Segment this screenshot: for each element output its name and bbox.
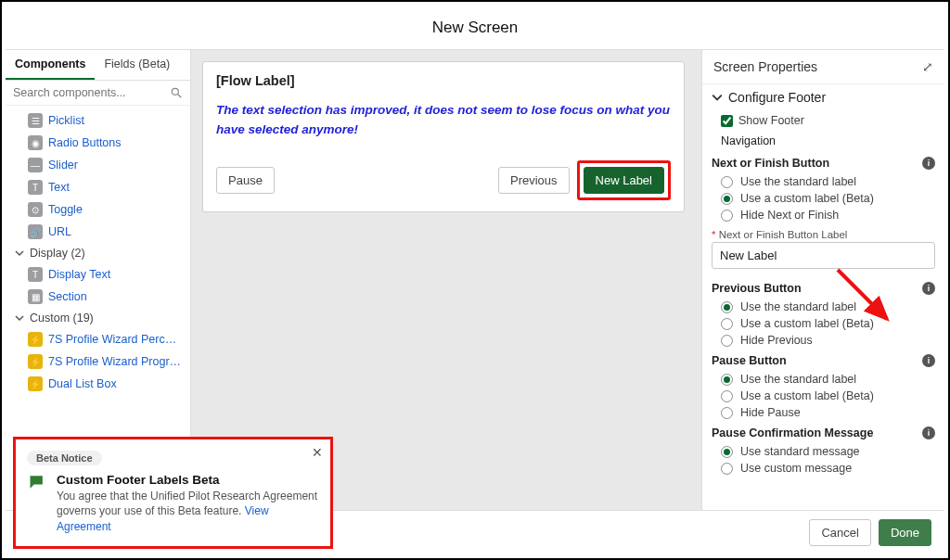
svg-point-0 (172, 88, 178, 95)
tree-item[interactable]: TDisplay Text (6, 263, 190, 286)
component-icon: 🔗 (28, 224, 43, 239)
pause-button[interactable]: Pause (216, 167, 275, 194)
radio-icon (721, 374, 733, 386)
next-label-field-label: * Next or Finish Button Label (712, 223, 935, 242)
navigation-heading: Navigation (712, 134, 935, 151)
svg-line-1 (178, 95, 182, 98)
modal-header: New Screen (6, 6, 944, 50)
pausemsg-opt-standard[interactable]: Use standard message (712, 443, 935, 460)
next-button[interactable]: New Label (584, 167, 664, 194)
flow-message-text: The text selection has improved, it does… (216, 101, 671, 140)
radio-icon (721, 407, 733, 419)
flow-preview-card[interactable]: [Flow Label] The text selection has impr… (202, 61, 685, 212)
chevron-down-icon (712, 92, 723, 103)
info-icon[interactable]: i (922, 354, 935, 367)
lightning-icon: ⚡ (28, 332, 43, 347)
tree-group-display[interactable]: Display (2) (6, 243, 190, 263)
tree-item[interactable]: ⊙Toggle (6, 198, 190, 221)
tree-item[interactable]: TText (6, 176, 190, 198)
radio-icon (721, 318, 733, 330)
tab-components[interactable]: Components (6, 50, 95, 80)
tree-item[interactable]: —Slider (6, 154, 190, 176)
radio-icon (721, 193, 733, 205)
component-icon: ◉ (28, 135, 43, 150)
info-icon[interactable]: i (922, 426, 935, 439)
pause-opt-standard[interactable]: Use the standard label (712, 371, 935, 388)
close-icon[interactable]: ✕ (312, 445, 323, 460)
radio-icon (721, 335, 733, 347)
tree-item[interactable]: ☰Picklist (6, 109, 190, 132)
show-footer-checkbox[interactable]: Show Footer (712, 112, 935, 134)
beta-notice-highlight: ✕ Beta Notice Custom Footer Labels Beta … (13, 437, 333, 549)
prev-opt-custom[interactable]: Use a custom label (Beta) (712, 315, 935, 332)
next-opt-standard[interactable]: Use the standard label (712, 173, 935, 190)
flow-button-row: Pause Previous New Label (216, 160, 671, 200)
previous-button[interactable]: Previous (498, 167, 570, 194)
flow-label: [Flow Label] (216, 73, 671, 88)
done-button[interactable]: Done (879, 519, 931, 546)
pause-opt-hide[interactable]: Hide Pause (712, 404, 935, 421)
radio-icon (721, 301, 733, 313)
properties-panel: Screen Properties ⤢ Configure Footer Sho… (701, 50, 944, 510)
tab-fields[interactable]: Fields (Beta) (95, 50, 179, 80)
radio-icon (721, 463, 733, 475)
search-row (6, 81, 190, 106)
lightning-icon: ⚡ (28, 376, 43, 391)
radio-icon (721, 176, 733, 188)
pause-button-header: Pause Button i (712, 349, 935, 371)
pause-msg-header: Pause Confirmation Message i (712, 421, 935, 443)
chevron-down-icon (13, 247, 26, 260)
tree-item[interactable]: ⚡7S Profile Wizard Percenta... (6, 328, 190, 350)
component-icon: ☰ (28, 113, 43, 128)
tree-item[interactable]: ⚡7S Profile Wizard Progress ... (6, 350, 190, 373)
prev-opt-hide[interactable]: Hide Previous (712, 332, 935, 349)
tree-item[interactable]: ◉Radio Buttons (6, 132, 190, 154)
tree-item[interactable]: 🔗URL (6, 221, 190, 243)
lightning-icon: ⚡ (28, 354, 43, 369)
search-icon[interactable] (170, 86, 183, 99)
pause-opt-custom[interactable]: Use a custom label (Beta) (712, 388, 935, 404)
pausemsg-opt-custom[interactable]: Use custom message (712, 460, 935, 477)
prev-opt-standard[interactable]: Use the standard label (712, 299, 935, 315)
component-icon: ⊙ (28, 202, 43, 217)
beta-notice-popup: ✕ Beta Notice Custom Footer Labels Beta … (16, 439, 330, 546)
properties-title: Screen Properties (713, 59, 817, 74)
component-icon: ▦ (28, 289, 43, 304)
section-configure-footer[interactable]: Configure Footer (712, 90, 935, 105)
modal-title: New Screen (432, 19, 519, 37)
highlight-annotation: New Label (577, 160, 671, 200)
notice-body: You agree that the Unified Pilot Researc… (57, 489, 319, 535)
component-icon: — (28, 158, 43, 172)
properties-header: Screen Properties ⤢ (702, 50, 944, 84)
notice-title: Custom Footer Labels Beta (57, 473, 319, 487)
next-opt-hide[interactable]: Hide Next or Finish (712, 207, 935, 223)
beta-badge: Beta Notice (27, 451, 102, 465)
component-icon: T (28, 267, 43, 282)
radio-icon (721, 446, 733, 458)
radio-icon (721, 210, 733, 222)
tree-group-custom[interactable]: Custom (19) (6, 308, 190, 328)
show-footer-input[interactable] (721, 115, 733, 127)
expand-icon[interactable]: ⤢ (922, 59, 933, 74)
next-opt-custom[interactable]: Use a custom label (Beta) (712, 190, 935, 207)
previous-button-header: Previous Button i (712, 276, 935, 299)
component-icon: T (28, 180, 43, 195)
tree-item[interactable]: ⚡Dual List Box (6, 373, 190, 395)
cancel-button[interactable]: Cancel (809, 519, 870, 546)
tree-item[interactable]: ▦Section (6, 286, 190, 308)
chat-icon (27, 473, 47, 491)
properties-body[interactable]: Configure Footer Show Footer Navigation … (702, 84, 944, 510)
next-label-input[interactable] (712, 242, 935, 269)
radio-icon (721, 390, 733, 402)
left-tabs: Components Fields (Beta) (6, 50, 190, 81)
chevron-down-icon (13, 312, 26, 325)
next-button-header: Next or Finish Button i (712, 151, 935, 173)
info-icon[interactable]: i (922, 157, 935, 170)
search-input[interactable] (13, 86, 170, 99)
info-icon[interactable]: i (922, 282, 935, 295)
